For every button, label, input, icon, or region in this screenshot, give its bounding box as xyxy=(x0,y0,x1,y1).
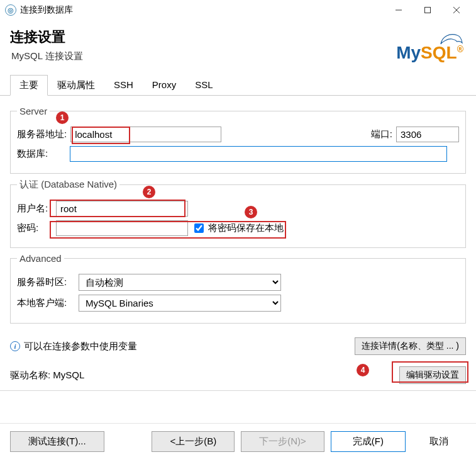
tz-label: 服务器时区: xyxy=(17,276,75,288)
server-legend: Server xyxy=(17,106,50,116)
annotation-4: 4 xyxy=(357,364,369,376)
advanced-group: Advanced 服务器时区: 自动检测 本地客户端: MySQL Binari… xyxy=(10,253,466,324)
cancel-button[interactable]: 取消 xyxy=(412,432,466,451)
advanced-legend: Advanced xyxy=(17,253,64,264)
content: Server 1 服务器地址: 端口: 数据库: 认证 (Database Na… xyxy=(0,96,476,324)
annotation-1: 1 xyxy=(56,111,69,124)
annotation-3: 3 xyxy=(245,206,257,218)
header: 连接设置 MySQL 连接设置 MySQL® xyxy=(0,20,476,65)
mysql-logo: MySQL® xyxy=(396,30,463,63)
info-text: 可以在连接参数中使用变量 xyxy=(24,341,137,353)
window-title: 连接到数据库 xyxy=(20,4,73,16)
driver-row: 驱动名称: MySQL 4 编辑驱动设置 xyxy=(0,355,476,391)
tz-select[interactable]: 自动检测 xyxy=(79,274,281,291)
logo-sql: SQL xyxy=(421,43,457,62)
driver-label: 驱动名称: MySQL xyxy=(10,370,84,381)
next-button: 下一步(N)> xyxy=(241,431,324,452)
logo-my: My xyxy=(396,43,421,62)
pass-label: 密码: xyxy=(17,222,52,234)
password-input[interactable] xyxy=(56,220,188,236)
auth-group: 认证 (Database Native) 2 3 用户名: 密码: 将密码保存在… xyxy=(10,179,466,248)
server-group: Server 1 服务器地址: 端口: 数据库: xyxy=(10,106,466,174)
maximize-button[interactable] xyxy=(413,1,442,20)
annotation-2: 2 xyxy=(143,186,155,198)
save-password-wrap[interactable]: 将密码保存在本地 xyxy=(192,222,284,235)
client-select[interactable]: MySQL Binaries xyxy=(79,295,281,312)
db-input[interactable] xyxy=(70,146,447,162)
page-title: 连接设置 xyxy=(10,28,83,47)
save-password-checkbox[interactable] xyxy=(194,223,204,233)
tab-driver-props[interactable]: 驱动属性 xyxy=(48,75,104,96)
info-row: i 可以在连接参数中使用变量 连接详情(名称、类型 ... ) xyxy=(0,329,476,355)
tab-ssh[interactable]: SSH xyxy=(104,75,143,96)
host-input[interactable] xyxy=(70,127,221,142)
test-connection-button[interactable]: 测试连接(T)... xyxy=(10,431,104,452)
app-icon: ◎ xyxy=(5,4,16,16)
tab-ssl[interactable]: SSL xyxy=(185,75,222,96)
connection-details-button[interactable]: 连接详情(名称、类型 ... ) xyxy=(355,337,466,355)
back-button[interactable]: <上一步(B) xyxy=(152,431,235,452)
close-button[interactable] xyxy=(442,1,471,20)
svg-rect-1 xyxy=(425,8,431,13)
client-label: 本地客户端: xyxy=(17,297,75,309)
user-label: 用户名: xyxy=(17,203,52,215)
host-label: 服务器地址: xyxy=(17,128,67,140)
info-icon: i xyxy=(10,341,20,351)
port-label: 端口: xyxy=(371,128,392,140)
auth-legend: 认证 (Database Native) xyxy=(17,179,119,191)
footer: 测试连接(T)... <上一步(B) 下一步(N)> 完成(F) 取消 xyxy=(0,423,476,457)
tab-main[interactable]: 主要 xyxy=(10,75,48,96)
user-input[interactable] xyxy=(56,201,188,217)
finish-button[interactable]: 完成(F) xyxy=(331,431,406,452)
title-bar: ◎ 连接到数据库 xyxy=(0,0,476,20)
tabs: 主要 驱动属性 SSH Proxy SSL xyxy=(0,65,476,96)
port-input[interactable] xyxy=(396,127,459,142)
save-password-label: 将密码保存在本地 xyxy=(208,222,284,234)
page-subtitle: MySQL 连接设置 xyxy=(11,50,83,62)
minimize-button[interactable] xyxy=(384,1,413,20)
edit-driver-button[interactable]: 编辑驱动设置 xyxy=(399,366,466,384)
tab-proxy[interactable]: Proxy xyxy=(143,75,185,96)
db-label: 数据库: xyxy=(17,148,66,160)
